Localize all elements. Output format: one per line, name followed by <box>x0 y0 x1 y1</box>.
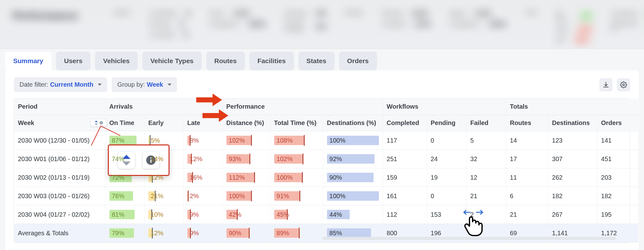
col-failed[interactable]: Failed <box>466 115 506 131</box>
tab-vehicle-types[interactable]: Vehicle Types <box>142 52 202 70</box>
col-total-time[interactable]: Total Time (%) <box>270 115 323 131</box>
date-filter-chip[interactable]: Date filter: Current Month <box>14 77 107 92</box>
table-cell: 5 <box>466 131 506 150</box>
tab-orders[interactable]: Orders <box>339 52 377 70</box>
tab-states[interactable]: States <box>298 52 335 70</box>
table-cell: 102% <box>222 131 270 150</box>
table-cell: 100% <box>270 168 323 187</box>
table-cell: 112 <box>383 205 427 224</box>
table-cell: 12% <box>183 150 222 168</box>
col-routes[interactable]: Routes <box>506 115 548 131</box>
table-cell: 72% <box>105 168 144 187</box>
table-cell: 117 <box>383 131 427 150</box>
table-cell: 182 <box>548 187 597 205</box>
table-cell: 44% <box>323 205 383 224</box>
chevron-down-icon <box>98 84 102 86</box>
col-completed[interactable]: Completed <box>383 115 427 131</box>
table-cell: 14 <box>506 131 548 150</box>
col-destinations-pct[interactable]: Destinations (%) <box>323 115 383 131</box>
table-cell: 9% <box>183 224 222 242</box>
tab-users[interactable]: Users <box>56 52 91 70</box>
table-cell: 108% <box>270 131 323 150</box>
table-cell: 195 <box>597 205 638 224</box>
table-cell: 2030 W01 (01/06 - 01/12) <box>14 150 105 168</box>
group-by-value: Week <box>147 81 163 88</box>
table-cell: Averages & Totals <box>14 224 105 242</box>
tab-routes[interactable]: Routes <box>206 52 245 70</box>
performance-table: Period Arrivals Performance Workflows To… <box>14 99 638 242</box>
horizontal-scrollbar[interactable] <box>322 237 616 240</box>
table-cell: 14% <box>144 150 183 168</box>
table-cell: 203 <box>597 168 638 187</box>
table-cell: 24 <box>427 150 466 168</box>
colgroup-performance[interactable]: Performance <box>222 99 383 115</box>
table-cell: 11 <box>506 168 548 187</box>
tab-vehicles[interactable]: Vehicles <box>95 52 138 70</box>
gear-icon <box>620 81 627 88</box>
col-pending[interactable]: Pending <box>427 115 466 131</box>
table-cell: 12% <box>144 224 183 242</box>
table-cell: 9% <box>183 205 222 224</box>
table-cell: 123 <box>548 131 597 150</box>
tab-facilities[interactable]: Facilities <box>249 52 294 70</box>
table-cell: 21% <box>144 187 183 205</box>
table-cell: 100% <box>222 187 270 205</box>
table-cell: 2030 W00 (12/30 - 01/05) <box>14 131 105 150</box>
records-footer: Showing 5 records. All records are fully… <box>5 243 639 250</box>
table-cell: 100% <box>323 131 383 150</box>
table-cell: 6 <box>506 187 548 205</box>
table-cell: 5% <box>144 131 183 150</box>
table-cell: 2030 W02 (01/13 - 01/19) <box>14 168 105 187</box>
table-cell: 12% <box>144 168 183 187</box>
colgroup-workflows[interactable]: Workflows <box>383 99 506 115</box>
table-cell: 17 <box>506 150 548 168</box>
table-cell: 112% <box>222 168 270 187</box>
table-cell: 32 <box>466 150 506 168</box>
table-cell: 92% <box>323 150 383 168</box>
group-by-chip[interactable]: Group by: Week <box>112 77 177 92</box>
table-cell: 21 <box>506 205 548 224</box>
colgroup-arrivals[interactable]: Arrivals <box>105 99 222 115</box>
table-cell: 89% <box>270 224 323 242</box>
table-cell: 2 <box>466 205 506 224</box>
table-row: 2030 W00 (12/30 - 01/05)87%5%8%102%108%1… <box>14 131 638 150</box>
table-row: 2030 W01 (01/06 - 01/12)74%14%12%93%102%… <box>14 150 638 168</box>
date-filter-label: Date filter: <box>19 81 48 88</box>
blurred-dashboard-header: Performance Orders Completed0 Pending0 C… <box>0 0 644 49</box>
col-late[interactable]: Late <box>183 115 222 131</box>
table-cell: 102% <box>270 150 323 168</box>
table-cell: 307 <box>548 150 597 168</box>
col-early[interactable]: Early <box>144 115 183 131</box>
col-on-time[interactable]: On Time <box>105 115 144 131</box>
colgroup-period[interactable]: Period <box>14 99 105 115</box>
table-cell: 182 <box>597 187 638 205</box>
table-cell: 8% <box>183 131 222 150</box>
table-cell: 91% <box>270 187 323 205</box>
table-cell: 100% <box>323 187 383 205</box>
settings-button[interactable] <box>617 78 630 91</box>
col-destinations[interactable]: Destinations <box>548 115 597 131</box>
table-cell: 42% <box>222 205 270 224</box>
table-cell: 74% <box>105 150 144 168</box>
table-cell: 251 <box>383 150 427 168</box>
table-cell: 0 <box>427 131 466 150</box>
date-filter-value: Current Month <box>50 81 93 88</box>
table-row: 2030 W02 (01/13 - 01/19)72%12%16%112%100… <box>14 168 638 187</box>
table-cell: 2030 W03 (01/20 - 01/26) <box>14 187 105 205</box>
col-week[interactable]: Week <box>14 115 105 131</box>
table-cell: 19 <box>427 168 466 187</box>
table-cell: 161 <box>383 187 427 205</box>
download-button[interactable] <box>599 78 613 91</box>
table-cell: 262 <box>548 168 597 187</box>
table-cell: 12 <box>466 168 506 187</box>
table-cell: 81% <box>105 205 144 224</box>
table-row: 2030 W03 (01/20 - 01/26)76%21%2%100%91%1… <box>14 187 638 205</box>
col-orders[interactable]: Orders <box>597 115 638 131</box>
colgroup-totals[interactable]: Totals <box>506 99 638 115</box>
col-distance[interactable]: Distance (%) <box>222 115 270 131</box>
table-cell: 141 <box>597 131 638 150</box>
tab-summary[interactable]: Summary <box>5 52 52 70</box>
table-cell: 451 <box>597 150 638 168</box>
table-cell: 45% <box>270 205 323 224</box>
table-row: 2030 W04 (01/27 - 02/02)81%10%9%42%45%44… <box>14 205 638 224</box>
